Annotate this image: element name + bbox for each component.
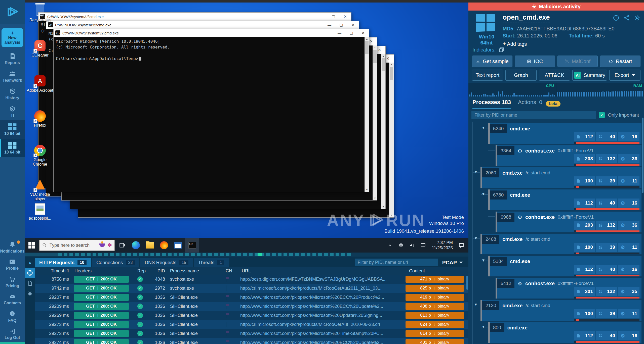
content-binary-badge[interactable]: 825 b↓binary	[406, 285, 464, 292]
modules-counter[interactable]: 40	[596, 199, 617, 208]
content-binary-badge[interactable]: 814 b↓binary	[406, 330, 464, 337]
operations-counter[interactable]: ⚙35	[618, 287, 639, 296]
content-binary-badge[interactable]: 471 b↓binary	[406, 276, 464, 283]
scroll-thumb[interactable]	[373, 50, 377, 63]
files-counter[interactable]: 203	[574, 154, 595, 163]
request-url[interactable]: http://www.microsoft.com/pkiops/crl/Micr…	[240, 340, 406, 344]
close-button[interactable]: ✕	[347, 21, 359, 29]
maximize-button[interactable]: ▢	[328, 13, 339, 21]
request-url[interactable]: http://www.microsoft.com/pkiops/crl/Micr…	[240, 331, 406, 336]
process-row[interactable]: ▼ 6780⚙cmd.exe 112 40 ⚙16	[488, 189, 641, 210]
operations-counter[interactable]: ⚙36	[618, 154, 639, 163]
sidebar-env-windows10-2-active[interactable]: 10 64 bit	[0, 139, 25, 157]
desktop-icon-recycle-bin[interactable]: Recycle Bin	[27, 5, 53, 22]
expand-toggle-icon[interactable]: ▼	[481, 192, 485, 196]
process-filter-input[interactable]	[471, 111, 596, 119]
files-counter[interactable]: 112	[574, 331, 595, 340]
operations-counter[interactable]: ⚙16	[618, 331, 639, 340]
operations-counter[interactable]: ⚙16	[618, 199, 639, 208]
process-tree-scrollbar[interactable]	[642, 118, 643, 193]
sidebar-item-logout[interactable]: Log Out	[0, 325, 25, 342]
taskbar-clock[interactable]: 7:37 PM 11/25/2025	[429, 240, 455, 251]
modules-counter[interactable]: 132	[596, 154, 617, 163]
cmd-window-front[interactable]: C:\ C:\WINDOWS\system32\cmd.exe —▢✕ Micr…	[53, 29, 369, 192]
tray-chevron-button[interactable]	[385, 238, 395, 253]
sidebar-item-contacts[interactable]: Contacts	[0, 290, 25, 308]
modules-counter[interactable]: 39	[596, 176, 617, 185]
files-counter[interactable]: 201	[574, 287, 595, 296]
process-row[interactable]: ▼ 3364⚙conhost.exe0xffffffff -ForceV1 20…	[496, 145, 641, 166]
collapse-panel-button[interactable]: ▲	[25, 258, 35, 267]
desktop-icon-vlc[interactable]: ↗VLC media player	[27, 178, 53, 201]
modules-counter[interactable]: 132	[596, 221, 617, 230]
http-request-row[interactable]: 8756 ms GET|200: OK ✓ 4048 svchost.exe h…	[35, 275, 468, 284]
close-button[interactable]: ✕	[339, 13, 351, 21]
modules-counter[interactable]: 132	[596, 287, 617, 296]
request-url[interactable]: http://www.microsoft.com/pkiops/crl/Micr…	[240, 313, 406, 318]
cmd-titlebar[interactable]: C:\ C:\WINDOWS\system32\cmd.exe —▢✕	[46, 21, 359, 29]
sidebar-env-windows10-1[interactable]: 10 64 bit	[0, 120, 25, 139]
sidebar-item-faq[interactable]: ? FAQ	[0, 308, 25, 325]
action-center-button[interactable]	[456, 238, 466, 253]
start-button[interactable]	[25, 238, 39, 253]
cmd-titlebar[interactable]: C:\ C:\WINDOWS\system32\cmd.exe —▢✕	[54, 29, 369, 37]
cmd-scrollbar[interactable]: ▲▼	[373, 45, 377, 200]
timeline-position-marker[interactable]	[258, 253, 262, 256]
scroll-thumb[interactable]	[390, 67, 393, 80]
modules-counter[interactable]: 39	[596, 309, 617, 318]
expand-toggle-icon[interactable]: ▼	[481, 258, 485, 262]
get-sample-button[interactable]: Get sample	[472, 56, 512, 67]
tab-processes[interactable]: Processes 183	[472, 99, 511, 109]
info-button[interactable]	[613, 15, 619, 21]
tab-actions[interactable]: Actions 0	[518, 99, 542, 109]
content-binary-badge[interactable]: 824 b↓binary	[406, 321, 464, 328]
request-url[interactable]: http://www.microsoft.com/pkiops/crl/Micr…	[240, 295, 406, 300]
files-counter[interactable]: 112	[574, 265, 595, 274]
minimize-button[interactable]: —	[324, 21, 335, 29]
taskbar-app-explorer[interactable]	[143, 238, 157, 253]
process-row[interactable]: ▼ 5184⚙cmd.exe 112 40 ⚙16	[488, 256, 641, 276]
sidebar-item-notifications[interactable]: Notifications	[0, 238, 25, 256]
tab-http-requests[interactable]: HTTP Requests10	[35, 258, 91, 267]
taskbar-app-cmd-active[interactable]: C:\_	[185, 238, 199, 253]
request-url[interactable]: http://ocsp.digicert.com/MFEwTzBNMEswSTA…	[240, 277, 406, 282]
rail-files-button[interactable]	[25, 278, 35, 288]
task-view-button[interactable]	[115, 238, 129, 253]
new-analysis-button[interactable]: + New analysis	[2, 28, 23, 47]
export-button[interactable]: Export	[609, 70, 640, 81]
text-report-button[interactable]: Text report	[472, 70, 503, 81]
content-binary-badge[interactable]: 408 b↓binary	[406, 303, 464, 310]
desktop-icon-chrome[interactable]: ↗Google Chrome	[27, 144, 53, 167]
tray-network-button[interactable]	[418, 238, 428, 253]
files-counter[interactable]: 203	[574, 221, 595, 230]
md5-value[interactable]: 7AAE6218FFBBE9ADDF6863D73B483FE0	[516, 26, 614, 31]
maximize-button[interactable]: ▢	[335, 21, 347, 29]
request-url[interactable]: http://crl.microsoft.com/pki/crl/product…	[240, 322, 406, 327]
sidebar-item-ti[interactable]: TI	[0, 103, 25, 120]
sidebar-item-pricing[interactable]: Pricing	[0, 273, 25, 290]
cmd-scrollbar[interactable]: ▲▼	[365, 37, 369, 192]
content-binary-badge[interactable]: 813 b↓binary	[406, 312, 464, 319]
anyrun-logo[interactable]	[0, 0, 25, 24]
files-counter[interactable]: 112	[574, 199, 595, 208]
http-request-row[interactable]: 29274 ms GET|200: OK ✓ 1036 SIHClient.ex…	[35, 338, 468, 344]
operations-counter[interactable]: ⚙16	[618, 265, 639, 274]
http-request-row[interactable]: 29209 ms GET|200: OK ✓ 1036 SIHClient.ex…	[35, 302, 468, 311]
process-row[interactable]: ▼ 2060⚙cmd.exe/c start cmd 100 39 ⚙11	[480, 167, 641, 188]
http-request-row[interactable]: 29207 ms GET|200: OK ✓ 1036 SIHClient.ex…	[35, 293, 468, 302]
expand-toggle-icon[interactable]: ▼	[474, 302, 478, 307]
taskbar-app-firefox[interactable]	[157, 238, 171, 253]
content-binary-badge[interactable]: 419 b↓binary	[406, 294, 464, 301]
cmd-scrollbar[interactable]: ▲▼	[389, 63, 394, 217]
rangoli-decoration-icon[interactable]: ✽	[107, 242, 112, 248]
tray-volume-button[interactable]	[407, 238, 417, 253]
expand-toggle-icon[interactable]: ▼	[481, 324, 485, 329]
graph-button[interactable]: Graph	[505, 70, 537, 81]
sidebar-item-teamwork[interactable]: Teamwork	[0, 67, 25, 85]
tab-connections[interactable]: Connections23	[92, 258, 139, 267]
process-row[interactable]: ▼ 2468⚙cmd.exe/c start cmd 100 39 ⚙11	[480, 234, 641, 254]
files-counter[interactable]: 100	[574, 243, 595, 252]
process-row[interactable]: ▼ 5412⚙conhost.exe0xffffffff -ForceV1 20…	[496, 278, 641, 299]
files-counter[interactable]: 100	[574, 309, 595, 318]
taskbar-app-edge[interactable]	[129, 238, 143, 253]
